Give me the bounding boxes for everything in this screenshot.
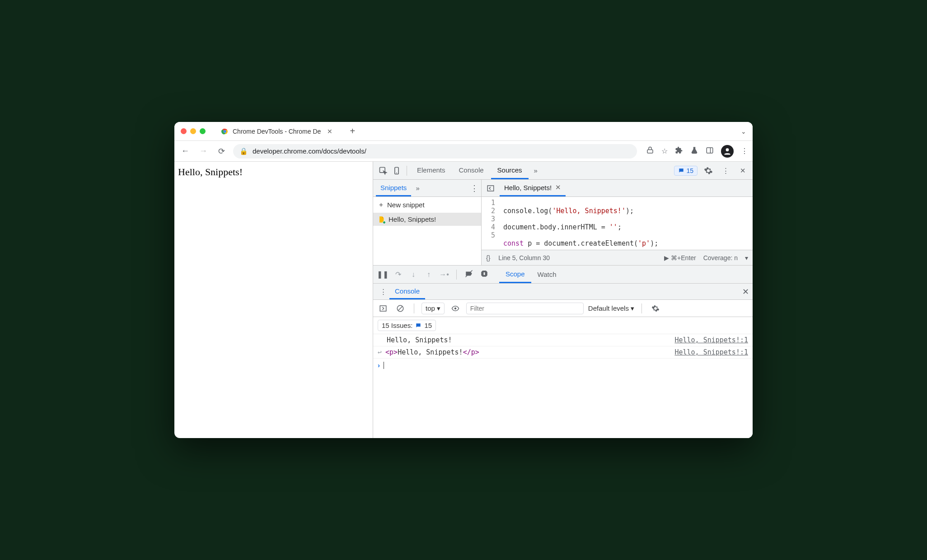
debugger-toolbar: ❚❚ ↷ ↓ ↑ →• Scope Watch: [373, 266, 753, 284]
return-arrow-icon: ↩: [378, 348, 382, 356]
back-button[interactable]: ←: [179, 146, 192, 156]
close-window-button[interactable]: [181, 128, 187, 134]
editor-tab-close-icon[interactable]: ✕: [555, 183, 561, 191]
log-source-link[interactable]: Hello, Snippets!:1: [674, 348, 748, 356]
page-content: Hello, Snippets!: [174, 162, 373, 438]
address-bar: ← → ⟳ 🔒 developer.chrome.com/docs/devtoo…: [174, 141, 753, 162]
tab-sources[interactable]: Sources: [491, 162, 529, 179]
editor-tab-label: Hello, Snippets!: [504, 184, 552, 191]
navigator-overflow-icon[interactable]: »: [416, 184, 419, 192]
new-snippet-label: New snippet: [387, 201, 425, 209]
cursor-position: Line 5, Column 30: [498, 254, 550, 261]
device-toggle-icon[interactable]: [390, 166, 403, 175]
prompt-caret-icon: ›: [378, 361, 380, 369]
navigator-panel: Snippets » ⋮ ＋ New snippet: [373, 180, 482, 265]
window-controls: [181, 128, 206, 134]
tabs-dropdown-icon[interactable]: ⌄: [741, 128, 746, 135]
console-drawer: ⋮ Console ✕ top▾: [373, 284, 753, 438]
tabs-overflow-icon[interactable]: »: [529, 167, 542, 174]
context-selector[interactable]: top▾: [421, 303, 445, 314]
inspect-icon[interactable]: [377, 166, 389, 175]
console-issues-row: 15 Issues: 15: [373, 317, 753, 334]
editor-nav-toggle-icon[interactable]: [484, 184, 497, 192]
more-menu-icon[interactable]: ⋮: [719, 167, 732, 175]
code-editor[interactable]: 1 2 3 4 5 console.log('Hello, Snippets!'…: [482, 197, 753, 250]
bookmark-icon[interactable]: ☆: [661, 147, 668, 155]
fullscreen-window-button[interactable]: [200, 128, 206, 134]
deactivate-breakpoints-icon[interactable]: [463, 270, 475, 280]
svg-rect-13: [380, 306, 386, 311]
issues-count: 15: [686, 167, 693, 174]
svg-rect-3: [707, 148, 713, 153]
svg-line-15: [398, 306, 403, 310]
main-area: Hello, Snippets! Elements Console Source…: [174, 162, 753, 438]
devtools: Elements Console Sources » 15 ⋮ ✕: [373, 162, 753, 438]
navigator-tab-snippets[interactable]: Snippets: [376, 180, 411, 196]
share-icon[interactable]: [646, 146, 654, 156]
tab-watch[interactable]: Watch: [531, 266, 563, 283]
tab-title: Chrome DevTools - Chrome De: [233, 128, 321, 135]
editor-panel: Hello, Snippets! ✕ 1 2 3 4 5: [482, 180, 753, 265]
log-levels-selector[interactable]: Default levels▾: [588, 304, 634, 313]
console-toolbar: top▾ Default levels▾: [373, 300, 753, 317]
console-result-line[interactable]: ↩ <p>Hello, Snippets!</p> Hello, Snippet…: [373, 346, 753, 359]
console-log-line[interactable]: Hello, Snippets! Hello, Snippets!:1: [373, 334, 753, 346]
snippet-item[interactable]: Hello, Snippets!: [373, 213, 481, 226]
drawer-close-icon[interactable]: ✕: [742, 287, 749, 297]
devtools-close-icon[interactable]: ✕: [736, 167, 749, 175]
s風ources-split: Snippets » ⋮ ＋ New snippet: [373, 180, 753, 266]
forward-button[interactable]: →: [197, 146, 210, 156]
navigator-menu-icon[interactable]: ⋮: [470, 183, 478, 193]
browser-tab[interactable]: Chrome DevTools - Chrome De ✕: [215, 124, 339, 139]
step-over-icon[interactable]: ↷: [392, 270, 404, 279]
console-settings-icon[interactable]: [649, 304, 662, 313]
step-into-icon[interactable]: ↓: [407, 271, 419, 279]
console-prompt[interactable]: ›: [373, 359, 753, 372]
settings-icon[interactable]: [702, 166, 715, 175]
editor-tab[interactable]: Hello, Snippets! ✕: [500, 180, 566, 196]
step-out-icon[interactable]: ↑: [423, 271, 435, 279]
profile-avatar[interactable]: [721, 145, 734, 158]
log-source-link[interactable]: Hello, Snippets!:1: [674, 336, 748, 344]
console-filter-input[interactable]: [466, 303, 584, 314]
pretty-print-icon[interactable]: {}: [486, 254, 490, 261]
new-snippet-button[interactable]: ＋ New snippet: [373, 197, 481, 213]
tab-close-button[interactable]: ✕: [327, 128, 332, 135]
chrome-menu-icon[interactable]: ⋮: [741, 147, 748, 155]
console-issues-badge[interactable]: 15 Issues: 15: [378, 320, 436, 331]
line-gutter: 1 2 3 4 5: [482, 197, 500, 250]
tab-console[interactable]: Console: [453, 162, 490, 179]
step-icon[interactable]: →•: [438, 271, 450, 279]
text-cursor: [384, 362, 384, 369]
coverage-label[interactable]: Coverage: n: [703, 254, 738, 261]
tab-elements[interactable]: Elements: [411, 162, 452, 179]
status-dropdown-icon[interactable]: ▾: [745, 254, 748, 261]
extensions-icon[interactable]: [675, 146, 683, 156]
labs-icon[interactable]: [690, 146, 698, 156]
browser-window: Chrome DevTools - Chrome De ✕ + ⌄ ← → ⟳ …: [174, 122, 753, 438]
log-message: Hello, Snippets!: [387, 336, 452, 344]
console-sidebar-toggle-icon[interactable]: [377, 304, 389, 313]
page-body-text: Hello, Snippets!: [178, 166, 243, 177]
omnibox[interactable]: 🔒 developer.chrome.com/docs/devtools/: [233, 144, 637, 159]
result-element: <p>Hello, Snippets!</p>: [385, 348, 479, 356]
devtools-tabstrip: Elements Console Sources » 15 ⋮ ✕: [373, 162, 753, 180]
titlebar: Chrome DevTools - Chrome De ✕ + ⌄: [174, 122, 753, 141]
drawer-menu-icon[interactable]: ⋮: [377, 288, 389, 296]
side-panel-icon[interactable]: [706, 146, 714, 156]
minimize-window-button[interactable]: [190, 128, 196, 134]
issues-badge[interactable]: 15: [674, 166, 698, 176]
pause-exceptions-icon[interactable]: [478, 270, 490, 280]
clear-console-icon[interactable]: [394, 304, 407, 313]
tab-scope[interactable]: Scope: [499, 266, 531, 283]
live-expression-icon[interactable]: [449, 304, 462, 313]
new-tab-button[interactable]: +: [347, 126, 358, 137]
code-content: console.log('Hello, Snippets!'); documen…: [500, 197, 662, 250]
svg-rect-9: [487, 186, 494, 191]
reload-button[interactable]: ⟳: [215, 146, 228, 156]
editor-status-bar: {} Line 5, Column 30 ▶ ⌘+Enter Coverage:…: [482, 250, 753, 265]
drawer-tab-console[interactable]: Console: [389, 284, 425, 299]
pause-icon[interactable]: ❚❚: [377, 270, 389, 279]
run-snippet-button[interactable]: ▶ ⌘+Enter: [664, 254, 696, 261]
url-text: developer.chrome.com/docs/devtools/: [253, 147, 366, 155]
